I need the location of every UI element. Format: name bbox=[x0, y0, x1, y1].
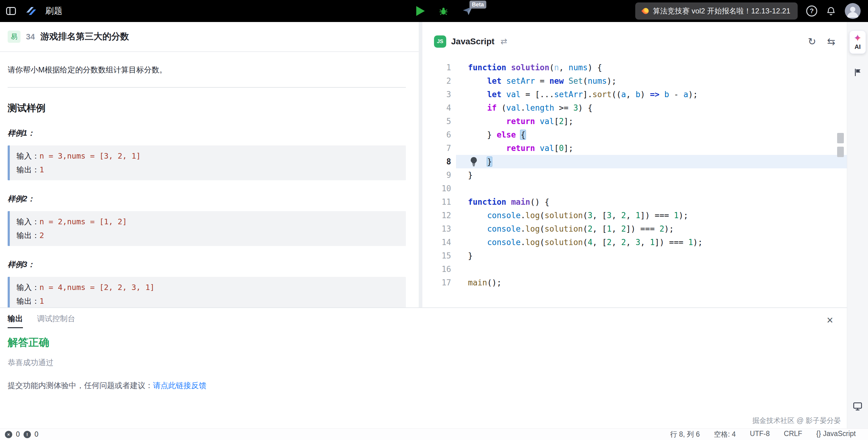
code-line[interactable]: 14 console.log(solution(4, [2, 2, 3, 1])… bbox=[423, 236, 847, 249]
statusbar-right: 行 8, 列 6 空格: 4 UTF-8 CRLF {} JavaScript bbox=[670, 430, 856, 439]
line-number[interactable]: 3 bbox=[423, 88, 456, 101]
topbar-left: 刷题 bbox=[0, 5, 62, 17]
watermark: 掘金技术社区 @ 影子晏分晏 bbox=[752, 416, 841, 425]
help-icon[interactable]: ? bbox=[806, 5, 817, 16]
result-title: 解答正确 bbox=[8, 336, 839, 349]
sample-input-label: 输入： bbox=[17, 217, 39, 226]
language-mode[interactable]: {} JavaScript bbox=[816, 430, 856, 439]
code-text: return val[0]; bbox=[468, 141, 573, 155]
line-number[interactable]: 17 bbox=[423, 276, 456, 290]
indent-setting[interactable]: 空格: 4 bbox=[714, 430, 736, 439]
code-line[interactable]: 8 } bbox=[423, 155, 847, 168]
code-line[interactable]: 1function solution(n, nums) { bbox=[423, 61, 847, 74]
flame-icon bbox=[641, 7, 650, 15]
problem-pane: 易 34 游戏排名第三大的分数 请你帮小M根据给定的分数数组计算目标分数。 测试… bbox=[0, 22, 419, 307]
line-number[interactable]: 4 bbox=[423, 101, 456, 114]
code-editor[interactable]: 1function solution(n, nums) {2 let setAr… bbox=[423, 61, 847, 290]
code-lines: 1function solution(n, nums) {2 let setAr… bbox=[423, 61, 847, 290]
code-line[interactable]: 2 let setArr = new Set(nums); bbox=[423, 74, 847, 88]
cursor-position[interactable]: 行 8, 列 6 bbox=[670, 430, 700, 439]
topbar: 刷题 Beta 算法竞技赛 vol2 开始报名啦！12.13-12.21 bbox=[0, 0, 868, 22]
juejin-logo-icon[interactable] bbox=[25, 6, 37, 16]
pane-divider[interactable] bbox=[419, 22, 423, 307]
line-number[interactable]: 11 bbox=[423, 195, 456, 209]
close-icon[interactable]: × bbox=[827, 315, 833, 326]
line-number[interactable]: 10 bbox=[423, 182, 456, 195]
feedback-link[interactable]: 请点此链接反馈 bbox=[153, 381, 207, 390]
line-number[interactable]: 6 bbox=[423, 128, 456, 141]
line-number[interactable]: 8 bbox=[423, 155, 456, 168]
lightbulb-icon[interactable] bbox=[469, 157, 479, 167]
code-line[interactable]: 13 console.log(solution(2, [1, 2]) === 2… bbox=[423, 222, 847, 236]
encoding-setting[interactable]: UTF-8 bbox=[750, 430, 770, 439]
topbar-right: 算法竞技赛 vol2 开始报名啦！12.13-12.21 ? bbox=[635, 2, 868, 20]
sample-output-label: 输出： bbox=[17, 165, 39, 174]
line-number[interactable]: 2 bbox=[423, 74, 456, 88]
tab-output[interactable]: 输出 bbox=[8, 313, 23, 328]
warnings-icon: ! bbox=[24, 431, 31, 438]
code-line[interactable]: 4 if (val.length >= 3) { bbox=[423, 101, 847, 114]
result-subtitle: 恭喜成功通过 bbox=[8, 358, 839, 368]
line-number[interactable]: 12 bbox=[423, 209, 456, 222]
contest-banner[interactable]: 算法竞技赛 vol2 开始报名啦！12.13-12.21 bbox=[635, 2, 798, 20]
line-number[interactable]: 15 bbox=[423, 249, 456, 263]
code-line[interactable]: 9} bbox=[423, 168, 847, 182]
sidebar-toggle-icon[interactable] bbox=[6, 7, 16, 15]
sample-input-label: 输入： bbox=[17, 283, 39, 292]
run-button[interactable] bbox=[416, 6, 425, 16]
panes: 易 34 游戏排名第三大的分数 请你帮小M根据给定的分数数组计算目标分数。 测试… bbox=[0, 22, 847, 307]
notifications-bell-icon[interactable] bbox=[826, 6, 836, 16]
editor-scrollbar[interactable] bbox=[837, 133, 844, 143]
code-line[interactable]: 16 bbox=[423, 263, 847, 276]
problems-indicator[interactable]: × 0 ! 0 bbox=[5, 430, 38, 438]
feedback-text: 提交功能内测体验中，任何问题或者建议： bbox=[8, 381, 153, 390]
code-line[interactable]: 6 } else { bbox=[423, 128, 847, 141]
output-tabs: 输出 调试控制台 bbox=[8, 308, 839, 328]
code-text: main(); bbox=[468, 276, 502, 290]
reset-code-icon[interactable]: ↻ bbox=[808, 36, 816, 47]
code-line[interactable]: 3 let val = [...setArr].sort((a, b) => b… bbox=[423, 88, 847, 101]
tab-debug-console[interactable]: 调试控制台 bbox=[37, 313, 75, 327]
line-number[interactable]: 7 bbox=[423, 141, 456, 155]
eol-setting[interactable]: CRLF bbox=[784, 430, 802, 439]
device-preview-icon[interactable] bbox=[852, 401, 863, 412]
code-line[interactable]: 12 console.log(solution(3, [3, 2, 1]) ==… bbox=[423, 209, 847, 222]
code-text: console.log(solution(2, [1, 2]) === 2); bbox=[468, 222, 674, 236]
line-number[interactable]: 1 bbox=[423, 61, 456, 74]
ai-sparkle-icon bbox=[854, 34, 862, 42]
editor-scrollbar[interactable] bbox=[837, 147, 844, 157]
code-text: } bbox=[468, 249, 473, 263]
line-number[interactable]: 14 bbox=[423, 236, 456, 249]
code-line[interactable]: 15} bbox=[423, 249, 847, 263]
sample-input-value: n = 3,nums = [3, 2, 1] bbox=[39, 151, 141, 161]
code-line[interactable]: 10 bbox=[423, 182, 847, 195]
code-line[interactable]: 5 return val[2]; bbox=[423, 114, 847, 128]
format-code-icon[interactable]: ⇆ bbox=[827, 36, 835, 47]
sample-block: 输入：n = 4,nums = [2, 2, 3, 1] 输出：1 bbox=[8, 277, 406, 307]
code-line[interactable]: 17main(); bbox=[423, 276, 847, 290]
sample-block: 输入：n = 3,nums = [3, 2, 1] 输出：1 bbox=[8, 145, 406, 180]
problem-id: 34 bbox=[26, 32, 35, 41]
editor-header: JS JavaScript ⇄ ↻ ⇆ bbox=[423, 22, 847, 61]
submit-button[interactable]: Beta bbox=[462, 6, 473, 16]
code-text: function main() { bbox=[468, 195, 549, 209]
sample-label: 样例3： bbox=[8, 260, 406, 270]
code-text: return val[2]; bbox=[468, 114, 573, 128]
line-number[interactable]: 13 bbox=[423, 222, 456, 236]
output-panel: 输出 调试控制台 × 解答正确 恭喜成功通过 提交功能内测体验中，任何问题或者建… bbox=[0, 307, 847, 429]
ai-assistant-button[interactable]: AI bbox=[849, 31, 866, 54]
code-line[interactable]: 7 return val[0]; bbox=[423, 141, 847, 155]
line-number[interactable]: 5 bbox=[423, 114, 456, 128]
code-text: function solution(n, nums) { bbox=[468, 61, 602, 74]
switch-language-icon[interactable]: ⇄ bbox=[501, 37, 507, 46]
braces-icon: {} bbox=[816, 430, 821, 438]
debug-button[interactable] bbox=[438, 6, 449, 16]
code-text: console.log(solution(4, [2, 2, 3, 1]) ==… bbox=[468, 236, 703, 249]
samples-heading: 测试样例 bbox=[8, 102, 406, 114]
code-line[interactable]: 11function main() { bbox=[423, 195, 847, 209]
contest-flag-icon[interactable] bbox=[853, 68, 862, 78]
user-avatar[interactable] bbox=[845, 3, 861, 19]
line-number[interactable]: 9 bbox=[423, 168, 456, 182]
app-title: 刷题 bbox=[45, 5, 62, 17]
line-number[interactable]: 16 bbox=[423, 263, 456, 276]
